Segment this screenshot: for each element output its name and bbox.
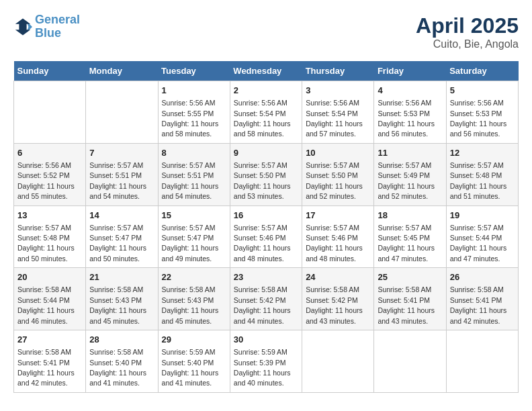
header-friday: Friday: [374, 61, 446, 81]
sunset-text: Sunset: 5:53 PM: [450, 109, 502, 118]
day-number: 7: [89, 147, 154, 159]
calendar-cell: 11 Sunrise: 5:57 AM Sunset: 5:49 PM Dayl…: [374, 143, 446, 205]
sunset-text: Sunset: 5:51 PM: [162, 171, 214, 179]
sunset-text: Sunset: 5:46 PM: [234, 234, 286, 242]
calendar-cell: 24 Sunrise: 5:58 AM Sunset: 5:42 PM Dayl…: [302, 268, 374, 330]
calendar-title: April 2025: [416, 13, 519, 38]
sunrise-text: Sunrise: 5:57 AM: [89, 161, 143, 169]
calendar-cell: [446, 330, 518, 393]
daylight-text: Daylight: 11 hours and 56 minutes.: [450, 120, 507, 138]
day-number: 6: [17, 147, 82, 159]
sunrise-text: Sunrise: 5:58 AM: [89, 285, 143, 293]
sunset-text: Sunset: 5:51 PM: [89, 171, 142, 179]
calendar-cell: 17 Sunrise: 5:57 AM Sunset: 5:46 PM Dayl…: [302, 205, 374, 268]
calendar-week-5: 27 Sunrise: 5:58 AM Sunset: 5:41 PM Dayl…: [14, 330, 519, 393]
sunrise-text: Sunrise: 5:57 AM: [306, 161, 359, 169]
header-wednesday: Wednesday: [230, 61, 302, 81]
sunrise-text: Sunrise: 5:58 AM: [162, 285, 216, 293]
calendar-cell: 20 Sunrise: 5:58 AM Sunset: 5:44 PM Dayl…: [14, 268, 86, 330]
calendar-cell: 8 Sunrise: 5:57 AM Sunset: 5:51 PM Dayli…: [158, 143, 230, 205]
sunrise-text: Sunrise: 5:56 AM: [450, 99, 504, 107]
calendar-cell: 29 Sunrise: 5:59 AM Sunset: 5:40 PM Dayl…: [158, 330, 230, 393]
sunrise-text: Sunrise: 5:57 AM: [162, 161, 216, 169]
calendar-cell: 21 Sunrise: 5:58 AM Sunset: 5:43 PM Dayl…: [86, 268, 158, 330]
sunrise-text: Sunrise: 5:58 AM: [89, 348, 143, 356]
calendar-cell: [374, 330, 446, 393]
calendar-week-1: 1 Sunrise: 5:56 AM Sunset: 5:55 PM Dayli…: [14, 81, 519, 144]
daylight-text: Daylight: 11 hours and 43 minutes.: [306, 306, 363, 324]
daylight-text: Daylight: 11 hours and 40 minutes.: [234, 369, 291, 387]
header-monday: Monday: [86, 61, 158, 81]
daylight-text: Daylight: 11 hours and 44 minutes.: [234, 306, 291, 324]
calendar-cell: 2 Sunrise: 5:56 AM Sunset: 5:54 PM Dayli…: [230, 81, 302, 144]
sunset-text: Sunset: 5:42 PM: [306, 296, 358, 304]
daylight-text: Daylight: 11 hours and 56 minutes.: [378, 120, 435, 138]
daylight-text: Daylight: 11 hours and 42 minutes.: [450, 306, 507, 324]
daylight-text: Daylight: 11 hours and 43 minutes.: [378, 306, 435, 324]
calendar-cell: 13 Sunrise: 5:57 AM Sunset: 5:48 PM Dayl…: [14, 205, 86, 268]
day-number: 2: [234, 85, 298, 97]
calendar-cell: [86, 81, 158, 144]
daylight-text: Daylight: 11 hours and 52 minutes.: [378, 182, 435, 200]
daylight-text: Daylight: 11 hours and 57 minutes.: [306, 120, 363, 138]
daylight-text: Daylight: 11 hours and 46 minutes.: [17, 306, 75, 324]
day-number: 27: [17, 334, 82, 346]
sunrise-text: Sunrise: 5:58 AM: [450, 285, 504, 293]
day-number: 24: [306, 271, 370, 283]
day-number: 22: [162, 271, 226, 283]
day-number: 17: [306, 210, 370, 222]
sunset-text: Sunset: 5:41 PM: [450, 296, 502, 304]
calendar-subtitle: Cuito, Bie, Angola: [416, 38, 519, 50]
day-number: 15: [162, 210, 226, 222]
day-number: 19: [450, 210, 515, 222]
calendar-cell: 7 Sunrise: 5:57 AM Sunset: 5:51 PM Dayli…: [86, 143, 158, 205]
calendar-cell: [302, 330, 374, 393]
sunset-text: Sunset: 5:53 PM: [378, 109, 430, 118]
day-number: 14: [89, 210, 154, 222]
day-number: 1: [162, 85, 226, 97]
sunset-text: Sunset: 5:43 PM: [89, 296, 142, 304]
daylight-text: Daylight: 11 hours and 45 minutes.: [89, 306, 146, 324]
header-thursday: Thursday: [302, 61, 374, 81]
daylight-text: Daylight: 11 hours and 48 minutes.: [306, 244, 363, 262]
daylight-text: Daylight: 11 hours and 42 minutes.: [17, 369, 75, 387]
sunset-text: Sunset: 5:48 PM: [17, 234, 70, 242]
sunrise-text: Sunrise: 5:57 AM: [234, 224, 287, 232]
sunrise-text: Sunrise: 5:57 AM: [450, 161, 504, 169]
logo-icon: [13, 17, 32, 36]
calendar-cell: 26 Sunrise: 5:58 AM Sunset: 5:41 PM Dayl…: [446, 268, 518, 330]
calendar-cell: 22 Sunrise: 5:58 AM Sunset: 5:43 PM Dayl…: [158, 268, 230, 330]
calendar-cell: 23 Sunrise: 5:58 AM Sunset: 5:42 PM Dayl…: [230, 268, 302, 330]
calendar-cell: 15 Sunrise: 5:57 AM Sunset: 5:47 PM Dayl…: [158, 205, 230, 268]
calendar-cell: 14 Sunrise: 5:57 AM Sunset: 5:47 PM Dayl…: [86, 205, 158, 268]
calendar-week-3: 13 Sunrise: 5:57 AM Sunset: 5:48 PM Dayl…: [14, 205, 519, 268]
sunrise-text: Sunrise: 5:57 AM: [378, 161, 431, 169]
day-number: 23: [234, 271, 298, 283]
daylight-text: Daylight: 11 hours and 58 minutes.: [234, 120, 291, 138]
calendar-cell: 10 Sunrise: 5:57 AM Sunset: 5:50 PM Dayl…: [302, 143, 374, 205]
sunset-text: Sunset: 5:46 PM: [306, 234, 358, 242]
calendar-cell: 4 Sunrise: 5:56 AM Sunset: 5:53 PM Dayli…: [374, 81, 446, 144]
daylight-text: Daylight: 11 hours and 49 minutes.: [162, 244, 219, 262]
day-number: 8: [162, 147, 226, 159]
sunset-text: Sunset: 5:52 PM: [17, 171, 70, 179]
sunset-text: Sunset: 5:39 PM: [234, 359, 286, 367]
calendar-cell: 1 Sunrise: 5:56 AM Sunset: 5:55 PM Dayli…: [158, 81, 230, 144]
sunrise-text: Sunrise: 5:58 AM: [234, 285, 287, 293]
daylight-text: Daylight: 11 hours and 50 minutes.: [89, 244, 146, 262]
day-number: 18: [378, 210, 442, 222]
calendar-table: Sunday Monday Tuesday Wednesday Thursday…: [13, 61, 519, 393]
day-number: 28: [89, 334, 154, 346]
sunset-text: Sunset: 5:45 PM: [378, 234, 430, 242]
calendar-cell: 12 Sunrise: 5:57 AM Sunset: 5:48 PM Dayl…: [446, 143, 518, 205]
sunset-text: Sunset: 5:44 PM: [17, 296, 70, 304]
sunset-text: Sunset: 5:55 PM: [162, 109, 214, 118]
day-number: 10: [306, 147, 370, 159]
sunset-text: Sunset: 5:47 PM: [89, 234, 142, 242]
sunrise-text: Sunrise: 5:56 AM: [378, 99, 431, 107]
sunrise-text: Sunrise: 5:56 AM: [17, 161, 71, 169]
daylight-text: Daylight: 11 hours and 53 minutes.: [234, 182, 291, 200]
daylight-text: Daylight: 11 hours and 41 minutes.: [162, 369, 219, 387]
calendar-cell: 3 Sunrise: 5:56 AM Sunset: 5:54 PM Dayli…: [302, 81, 374, 144]
day-number: 13: [17, 210, 82, 222]
